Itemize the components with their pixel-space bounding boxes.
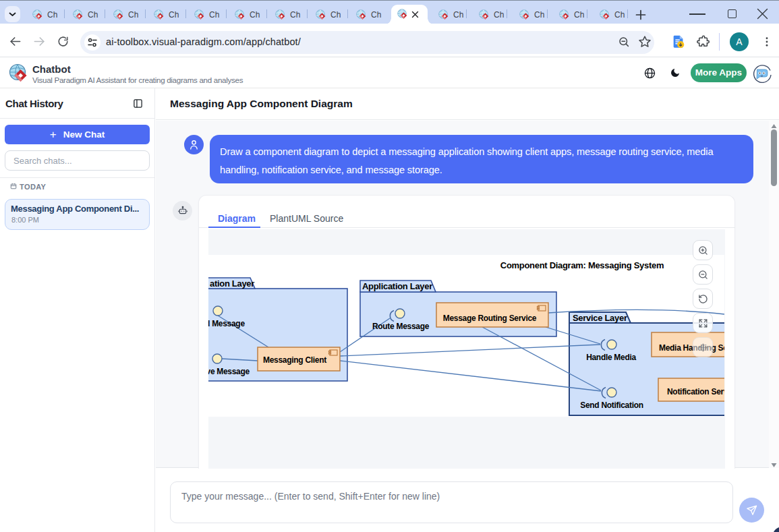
svg-text:Message Routing Service: Message Routing Service — [443, 314, 537, 323]
svg-text:Application Layer: Application Layer — [362, 281, 432, 291]
svg-text:ation Layer: ation Layer — [210, 278, 254, 289]
svg-text:Messaging Client: Messaging Client — [263, 355, 326, 365]
svg-text:Component Diagram: Messaging S: Component Diagram: Messaging System — [500, 260, 664, 270]
svg-text:Service Layer: Service Layer — [573, 313, 627, 323]
svg-text:Notification Service: Notification Service — [667, 387, 724, 396]
svg-text:Media Handling Service: Media Handling Service — [659, 343, 724, 353]
svg-text:Handle Media: Handle Media — [586, 353, 636, 362]
svg-text:Send Message: Send Message — [208, 319, 245, 328]
svg-text:Send Notification: Send Notification — [580, 401, 643, 410]
svg-text:Route Message: Route Message — [372, 322, 430, 331]
svg-text:Receive Message: Receive Message — [208, 367, 250, 376]
